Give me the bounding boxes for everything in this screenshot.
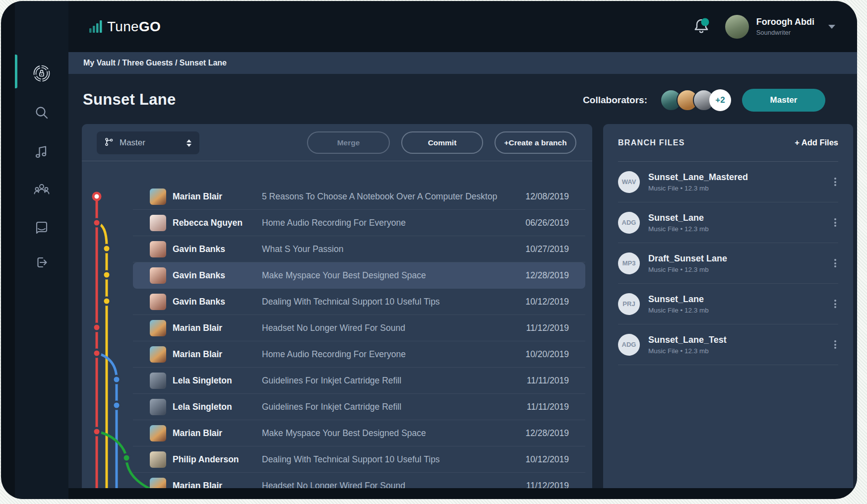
commit-date: 11/12/2019 bbox=[513, 481, 569, 488]
chevron-down-icon bbox=[828, 25, 835, 29]
kebab-menu-icon[interactable] bbox=[832, 255, 838, 272]
commit-author: Marian Blair bbox=[173, 191, 262, 202]
user-menu[interactable]: Foroogh Abdi Soundwriter bbox=[725, 15, 835, 39]
logout-icon bbox=[33, 254, 50, 273]
file-item[interactable]: WAV Sunset_Lane_Mastered Music File • 12… bbox=[618, 162, 838, 202]
commit-row[interactable]: Gavin Banks What S Your Passion 10/27/20… bbox=[133, 236, 585, 262]
commit-date: 11/11/2019 bbox=[513, 376, 569, 386]
collaborators-label: Collaborators: bbox=[583, 95, 647, 106]
commit-date: 11/12/2019 bbox=[513, 323, 569, 333]
file-name: Sunset_Lane bbox=[648, 294, 709, 305]
breadcrumb[interactable]: My Vault / Three Guests / Sunset Lane bbox=[68, 52, 857, 74]
commit-row[interactable]: Lela Singleton Guidelines For Inkjet Car… bbox=[133, 394, 585, 420]
vault-icon bbox=[32, 64, 51, 85]
commit-row[interactable]: Marian Blair Headset No Longer Wired For… bbox=[133, 473, 585, 488]
commit-title: Make Myspace Your Best Designed Space bbox=[262, 270, 513, 281]
sort-arrows-icon bbox=[186, 139, 191, 147]
commit-title: Home Audio Recording For Everyone bbox=[262, 349, 513, 360]
file-meta: Music File • 12.3 mb bbox=[648, 225, 709, 233]
commit-title: Headset No Longer Wired For Sound bbox=[262, 481, 513, 488]
commit-row[interactable]: Marian Blair Headset No Longer Wired For… bbox=[133, 315, 585, 341]
commit-list: Marian Blair 5 Reasons To Choose A Noteb… bbox=[133, 184, 585, 488]
branch-files-heading: BRANCH FILES bbox=[618, 138, 685, 147]
commit-author: Marian Blair bbox=[173, 349, 262, 360]
file-type-badge: ADG bbox=[618, 334, 640, 356]
commit-row[interactable]: Lela Singleton Guidelines For Inkjet Car… bbox=[133, 368, 585, 394]
commit-title: Dealing With Technical Support 10 Useful… bbox=[262, 454, 513, 465]
commit-row[interactable]: Marian Blair Make Myspace Your Best Desi… bbox=[133, 420, 585, 446]
user-name: Foroogh Abdi bbox=[756, 17, 814, 27]
kebab-menu-icon[interactable] bbox=[832, 174, 838, 190]
sidebar-item-logout[interactable] bbox=[15, 254, 68, 273]
branch-selector[interactable]: Master bbox=[97, 131, 199, 154]
sidebar-item-collaborators[interactable] bbox=[15, 181, 68, 199]
kebab-menu-icon[interactable] bbox=[832, 214, 838, 231]
file-type-badge: ADG bbox=[618, 212, 640, 234]
sidebar-item-vault[interactable] bbox=[15, 64, 68, 85]
topbar: TuneGO Foroogh Abdi Soundwriter bbox=[68, 1, 857, 52]
commit-title: Dealing With Technical Support 10 Useful… bbox=[262, 297, 513, 307]
kebab-menu-icon[interactable] bbox=[832, 296, 838, 313]
avatar bbox=[150, 425, 166, 441]
avatar bbox=[150, 451, 166, 468]
file-item[interactable]: ADG Sunset_Lane_Test Music File • 12.3 m… bbox=[618, 324, 838, 365]
notification-bell-icon[interactable] bbox=[692, 17, 710, 37]
commit-title: Guidelines For Inkjet Cartridge Refill bbox=[262, 376, 513, 386]
file-item[interactable]: PRJ Sunset_Lane Music File • 12.3 mb bbox=[618, 284, 838, 324]
commit-row[interactable]: Marian Blair 5 Reasons To Choose A Noteb… bbox=[133, 184, 585, 210]
commit-row[interactable]: Rebecca Nguyen Home Audio Recording For … bbox=[133, 210, 585, 236]
create-branch-button[interactable]: +Create a branch bbox=[495, 131, 576, 154]
avatar bbox=[150, 215, 166, 231]
commit-date: 12/28/2019 bbox=[513, 270, 569, 281]
collaborators-more-badge[interactable]: +2 bbox=[709, 89, 731, 111]
file-type-badge: WAV bbox=[618, 171, 640, 193]
file-item[interactable]: MP3 Draft_Sunset Lane Music File • 12.3 … bbox=[618, 243, 838, 284]
avatar bbox=[150, 241, 166, 257]
commit-title: Home Audio Recording For Everyone bbox=[262, 218, 513, 228]
logo-text: TuneGO bbox=[107, 19, 161, 35]
master-button[interactable]: Master bbox=[742, 89, 825, 112]
user-role: Soundwriter bbox=[756, 29, 814, 36]
file-type-badge: PRJ bbox=[618, 293, 640, 315]
file-meta: Music File • 12.3 mb bbox=[648, 266, 727, 273]
sidebar-item-messages[interactable] bbox=[15, 219, 68, 237]
file-type-badge: MP3 bbox=[618, 252, 640, 274]
commit-row[interactable]: Marian Blair Home Audio Recording For Ev… bbox=[133, 341, 585, 368]
commit-button[interactable]: Commit bbox=[401, 131, 483, 154]
merge-button[interactable]: Merge bbox=[307, 131, 390, 154]
messages-icon bbox=[34, 219, 50, 237]
file-item[interactable]: ADG Sunset_Lane Music File • 12.3 mb bbox=[618, 202, 838, 243]
commit-author: Marian Blair bbox=[173, 481, 262, 488]
commit-author: Marian Blair bbox=[173, 428, 262, 439]
commit-title: 5 Reasons To Choose A Notebook Over A Co… bbox=[262, 191, 513, 202]
content: Sunset Lane Collaborators: +2 Master bbox=[68, 74, 857, 488]
file-name: Sunset_Lane bbox=[648, 213, 709, 223]
commit-date: 12/08/2019 bbox=[513, 191, 569, 202]
avatar bbox=[150, 399, 166, 415]
commit-author: Philip Anderson bbox=[173, 454, 262, 465]
commit-toolbar: Master Merge Commit +Create a branch bbox=[82, 124, 592, 161]
commit-date: 10/27/2019 bbox=[513, 244, 569, 254]
file-list: WAV Sunset_Lane_Mastered Music File • 12… bbox=[618, 162, 838, 365]
file-meta: Music File • 12.3 mb bbox=[648, 347, 727, 355]
sidebar-item-search[interactable] bbox=[15, 105, 68, 123]
collaborator-avatars: +2 bbox=[660, 89, 731, 111]
branch-icon bbox=[105, 137, 114, 148]
commit-title: Guidelines For Inkjet Cartridge Refill bbox=[262, 402, 513, 412]
commit-row[interactable]: Gavin Banks Dealing With Technical Suppo… bbox=[133, 289, 585, 315]
avatar bbox=[150, 294, 166, 310]
page-title: Sunset Lane bbox=[83, 91, 176, 109]
app-window: TuneGO Foroogh Abdi Soundwriter My bbox=[1, 1, 857, 499]
add-files-button[interactable]: + Add Files bbox=[795, 138, 838, 147]
sidebar-item-music[interactable] bbox=[15, 143, 68, 162]
file-meta: Music File • 12.3 mb bbox=[648, 185, 748, 192]
commit-author: Gavin Banks bbox=[173, 244, 262, 254]
kebab-menu-icon[interactable] bbox=[832, 336, 838, 353]
commit-row[interactable]: Philip Anderson Dealing With Technical S… bbox=[133, 446, 585, 473]
commit-date: 10/12/2019 bbox=[513, 454, 569, 465]
branch-selector-value: Master bbox=[120, 138, 145, 148]
commit-row[interactable]: Gavin Banks Make Myspace Your Best Desig… bbox=[133, 262, 585, 289]
commit-date: 06/26/2019 bbox=[513, 218, 569, 228]
commit-author: Gavin Banks bbox=[173, 297, 262, 307]
commit-author: Marian Blair bbox=[173, 323, 262, 333]
